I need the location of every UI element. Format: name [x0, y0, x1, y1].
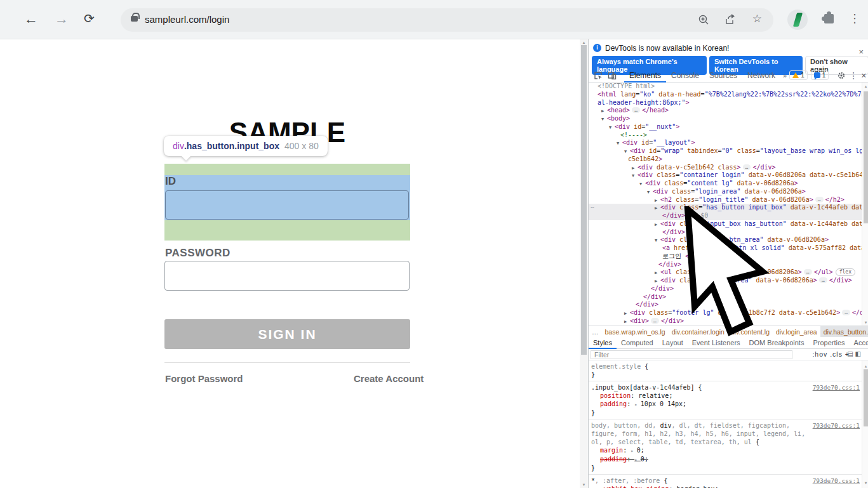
css-property[interactable]: margin: ▸ 0;	[591, 446, 860, 455]
code-token: data-v-1c44afeb	[787, 220, 848, 227]
tree-node[interactable]: c5e1b642>	[589, 155, 868, 164]
code-token: "content lg"	[687, 180, 733, 187]
css-source-link[interactable]: 793de70.css:1	[813, 383, 860, 392]
tree-node[interactable]: ▶<div data-v-c5e1b642 class>…</div>	[589, 164, 868, 172]
breadcrumb-item[interactable]: div.has_button.input_box	[820, 326, 868, 338]
code-token: </div>	[643, 293, 666, 300]
more-tabs-icon[interactable]: »	[780, 69, 789, 82]
inline-ellipsis-icon[interactable]: …	[819, 277, 827, 283]
elements-scrollbar[interactable]: ▲ ▼	[862, 82, 868, 326]
node-ellipsis-icon[interactable]: ⋯	[591, 204, 594, 212]
breadcrumb-item[interactable]: div.login_area	[773, 326, 820, 338]
styles-tab-accessibility[interactable]: Accessibility	[850, 337, 868, 349]
forward-icon[interactable]: →	[55, 11, 69, 27]
back-icon[interactable]: ←	[24, 11, 38, 27]
share-icon[interactable]	[724, 13, 737, 29]
inline-ellipsis-icon[interactable]: …	[804, 269, 812, 275]
tree-node[interactable]: ▶<h2 class="login_title" data-v-06d8206a…	[589, 196, 868, 204]
tree-node[interactable]: ▼<div class="content lg" data-v-06d8206a…	[589, 180, 868, 188]
tree-node[interactable]: ▼<div id="__layout">	[589, 139, 868, 147]
breadcrumb-item[interactable]: base.wrap.win_os.lg	[602, 326, 669, 338]
tree-node[interactable]: <!---->	[589, 131, 868, 140]
styles-tab-computed[interactable]: Computed	[617, 337, 658, 349]
inline-ellipsis-icon[interactable]: …	[815, 197, 824, 202]
css-property[interactable]: -webkit-box-sizing: border-box;	[591, 485, 860, 488]
extensions-puzzle-icon[interactable]	[824, 14, 834, 23]
warnings-badge[interactable]: 1	[789, 70, 808, 80]
scroll-down-icon[interactable]: ▼	[862, 320, 868, 324]
inspect-element-icon[interactable]	[594, 71, 603, 80]
inspect-highlight-content: ID	[164, 175, 410, 220]
id-input[interactable]	[165, 190, 409, 220]
tree-node[interactable]: ▼<div id="__nuxt">	[589, 123, 868, 131]
code-token: data-v-575aff82	[785, 244, 846, 251]
zoom-icon[interactable]	[697, 13, 710, 29]
scroll-down-icon[interactable]: ▼	[862, 478, 868, 487]
url-text[interactable]: sampleurl.com/login	[145, 14, 229, 25]
bookmark-star-icon[interactable]: ☆	[752, 12, 762, 25]
tree-node[interactable]: ▼<div id="wrap" tabindex="0" class="layo…	[589, 147, 868, 155]
code-token: "ko"	[639, 91, 655, 98]
tree-node[interactable]: al-header-height:86px;">	[589, 99, 868, 107]
devtools-tab-console[interactable]: Console	[666, 69, 704, 82]
flex-badge[interactable]: flex	[836, 268, 855, 276]
browser-menu-icon[interactable]: ⋮	[849, 11, 860, 25]
devtools-tab-sources[interactable]: Sources	[704, 69, 742, 82]
styles-tab-properties[interactable]: Properties	[808, 337, 849, 349]
tree-node[interactable]: <html lang="ko" data-n-head="%7B%22lang%…	[589, 91, 868, 99]
styles-scrollbar[interactable]: ▲ ▼	[862, 360, 868, 488]
forgot-password-link[interactable]: Forgot Password	[165, 373, 243, 384]
inline-ellipsis-icon[interactable]: …	[743, 164, 751, 170]
page-scrollbar[interactable]: ▲ ▼	[580, 39, 588, 488]
styles-filter-icons[interactable]: ▤ ◧	[847, 350, 861, 357]
extension-logo-icon	[793, 13, 803, 27]
code-token: data-v-c5e1b642	[653, 164, 714, 171]
styles-filter-input[interactable]: Filter	[591, 350, 792, 359]
devtools-tab-network[interactable]: Network	[742, 69, 780, 82]
password-input[interactable]	[164, 261, 410, 291]
styles-filter-toggles[interactable]: :hov .cls +	[812, 350, 850, 358]
css-source-link[interactable]: 793de70.css:1	[813, 421, 860, 430]
devtools-close-icon[interactable]: ×	[861, 70, 866, 81]
inline-ellipsis-icon[interactable]: …	[842, 310, 850, 315]
messages-badge[interactable]: 1	[811, 70, 829, 80]
create-account-link[interactable]: Create Account	[354, 373, 424, 384]
settings-gear-icon[interactable]	[837, 71, 846, 80]
tree-node[interactable]: ▼<div class="login_area" data-v-06d8206a…	[589, 188, 868, 196]
css-source-link[interactable]: 793de70.css:1	[813, 477, 860, 485]
devtools-tab-elements[interactable]: Elements	[624, 69, 666, 82]
tree-node[interactable]: ▼<div class="container login" data-v-06d…	[589, 171, 868, 180]
css-rule: 793de70.css:1.input_box[data-v-1c44afeb]…	[589, 381, 868, 419]
devtools-menu-icon[interactable]: ⋮	[849, 70, 858, 81]
sign-in-button[interactable]: SIGN IN	[164, 319, 410, 349]
code-token: class	[660, 180, 683, 187]
tree-node[interactable]: <!DOCTYPE html>	[589, 82, 868, 91]
code-token: >	[737, 164, 741, 171]
tree-node[interactable]: ▶<head>…</head>	[589, 107, 868, 115]
profile-avatar[interactable]	[787, 10, 808, 30]
page-scrollbar-thumb[interactable]	[581, 45, 587, 355]
styles-scrollbar-thumb[interactable]	[864, 369, 868, 426]
css-property[interactable]: padding: ▸ 0;	[591, 455, 860, 464]
scroll-up-icon[interactable]: ▲	[862, 84, 868, 88]
inline-ellipsis-icon[interactable]: …	[632, 107, 640, 113]
scroll-up-icon[interactable]: ▲	[580, 41, 588, 44]
styles-tab-styles[interactable]: Styles	[589, 337, 617, 349]
scroll-down-icon[interactable]: ▼	[580, 483, 588, 487]
code-token: class	[714, 164, 737, 171]
css-property[interactable]: position: relative;	[591, 392, 860, 400]
elements-scrollbar-thumb[interactable]	[864, 91, 868, 223]
breadcrumb-item[interactable]: …	[589, 326, 602, 338]
css-rule: 793de70.css:1*, :after, :before {-webkit…	[589, 475, 868, 488]
device-toolbar-icon[interactable]	[608, 71, 617, 80]
code-token: id	[638, 139, 649, 146]
expand-arrow-icon[interactable]: ▶	[624, 318, 630, 326]
tree-node[interactable]: ▼<body>	[589, 115, 868, 123]
inline-ellipsis-icon[interactable]: …	[651, 318, 659, 324]
reload-icon[interactable]: ⟳	[84, 11, 95, 26]
code-token: id	[645, 147, 657, 154]
tooltip-classes: .has_button.input_box	[184, 141, 279, 151]
notification-close-icon[interactable]: ×	[858, 47, 864, 56]
css-property[interactable]: padding: ▸ 10px 0 14px;	[591, 400, 860, 409]
address-bar[interactable]: sampleurl.com/login ☆	[121, 8, 773, 32]
